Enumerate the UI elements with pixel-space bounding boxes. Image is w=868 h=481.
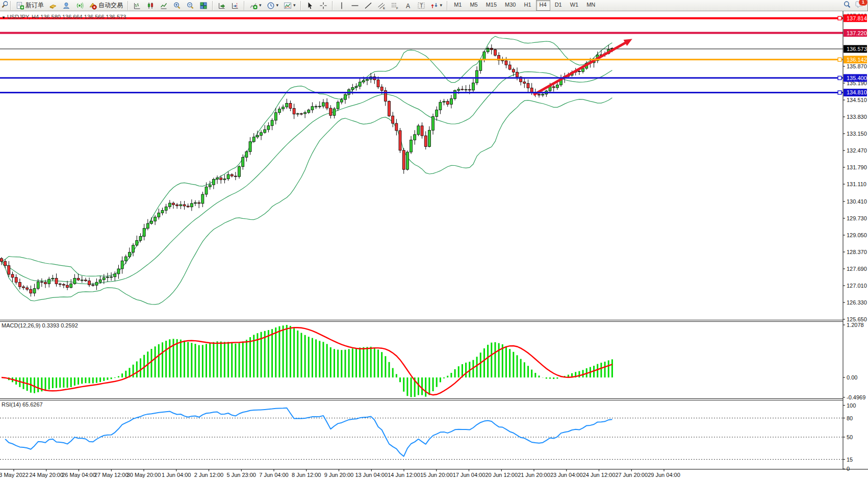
zoom-out-button[interactable] [184,1,196,10]
time-tick-label: 8 Jun 12:00 [292,472,321,478]
arrows-tool-button[interactable]: ▾ [428,1,445,10]
price-tick-label: 134.510 [847,97,867,103]
candle-body [414,135,416,140]
candle-body [124,257,127,261]
timeframe-button-m5[interactable]: M5 [466,0,481,11]
periods-button[interactable]: ▾ [265,1,281,10]
trendline-tool-button[interactable] [362,1,374,10]
candle-body [128,252,131,257]
time-tick-label: 30 May 20:00 [127,472,161,478]
timeframe-button-mn[interactable]: MN [583,0,599,11]
rsi-axis-label: 80 [847,415,853,421]
text-tool-button[interactable]: A [402,1,414,10]
line-chart-mode-button[interactable] [158,1,170,10]
tile-windows-button[interactable] [197,1,210,10]
chat-button[interactable]: 1 [855,1,864,10]
time-tick-label: 27 Jun 20:00 [615,472,648,478]
candle-body [15,277,17,283]
candle-body [114,274,116,277]
templates-button[interactable]: ▾ [282,1,298,10]
timeframe-button-h4[interactable]: H4 [536,0,550,11]
chart-area[interactable]: 137.910135.870135.190134.510133.830133.1… [0,11,868,481]
rsi-indicator-label: RSI(14) 65.6267 [2,401,43,408]
candle-body [322,103,324,106]
candle-body [286,103,288,107]
price-tick-label: 132.470 [847,147,867,154]
candle-body [161,210,164,213]
candle-body [139,236,142,240]
candlestick-mode-button[interactable] [144,1,157,10]
macd-indicator-label: MACD(12,26,9) 0.3393 0.2592 [2,322,78,328]
svg-text:E: E [383,7,385,10]
price-badge-label: 135.400 [847,75,867,81]
gold-icon [49,2,57,10]
indicators-button[interactable]: ▾ [247,1,264,10]
candle-body [4,262,7,266]
candle-body [136,240,138,245]
timeframe-button-h1[interactable]: H1 [521,0,535,11]
candle-body [351,87,354,89]
rsi-axis-label: 100 [847,402,856,409]
candle-body [22,287,25,288]
timeframe-bar: M1M5M15M30H1H4D1W1MN [450,0,599,11]
candle-body [180,205,182,206]
new-order-button[interactable]: 新订单 [14,1,46,10]
text-label-tool-button[interactable]: T [415,1,427,10]
line-drag-handle[interactable] [838,76,841,80]
bar-chart-mode-button[interactable] [131,1,143,10]
cursor-tool-button[interactable] [304,1,316,10]
crosshair-tool-button[interactable] [317,1,329,10]
timeframe-button-m30[interactable]: M30 [501,0,519,11]
equidistant-channel-tool-button[interactable]: E [375,1,388,10]
candle-body [271,120,273,125]
signal-button[interactable] [73,1,86,10]
collapse-triangle-icon[interactable]: ▼ [2,15,6,20]
line-drag-handle[interactable] [838,91,841,94]
candle-body [304,113,307,114]
chart-shift-button[interactable] [229,1,241,10]
candle-body [274,113,277,120]
line-drag-handle[interactable] [838,58,841,61]
candle-body [556,85,558,88]
candle-body [428,130,430,146]
time-tick-label: 26 May 04:00 [62,472,96,478]
candle-body [282,107,285,109]
fibonacci-tool-button[interactable]: F [389,1,401,10]
line-drag-handle[interactable] [838,16,841,20]
candle-body [508,65,511,69]
time-tick-label: 24 Jun 12:00 [583,472,616,478]
horizontal-line-tool-button[interactable] [349,1,361,10]
candle-body [238,167,241,177]
magnifier-edge-icon[interactable] [1,1,8,10]
vertical-line-tool-button[interactable] [336,1,348,10]
candle-body [311,107,314,110]
candle-body [527,84,529,88]
auto-scroll-button[interactable] [216,1,228,10]
candle-body [1,259,3,262]
candle-body [355,86,358,87]
chart-bg [0,11,868,481]
candle-body [439,102,442,110]
candle-body [154,217,157,221]
candle-body [296,114,299,114]
candle-body [326,103,328,108]
chart-canvas[interactable]: 137.910135.870135.190134.510133.830133.1… [0,11,868,481]
svg-text:F: F [396,7,398,10]
search-icon[interactable] [843,1,851,10]
zoom-in-button[interactable] [171,1,183,10]
time-tick-label: 1 Jun 04:00 [162,472,191,478]
candle-body [293,108,295,114]
price-badge-label: 137.814 [847,15,867,21]
macd-axis-label: 0.00 [847,374,857,381]
timeframe-button-m1[interactable]: M1 [450,0,465,11]
price-badge-label: 137.220 [847,30,867,36]
candle-body [190,204,193,207]
timeframe-button-w1[interactable]: W1 [567,0,582,11]
candle-body [172,203,174,205]
candle-body [66,285,69,288]
autotrading-button[interactable]: 自动交易 [87,1,125,10]
market-watch-button[interactable] [47,1,59,10]
timeframe-button-d1[interactable]: D1 [551,0,566,11]
timeframe-button-m15[interactable]: M15 [482,0,500,11]
profile-button[interactable] [60,1,72,10]
